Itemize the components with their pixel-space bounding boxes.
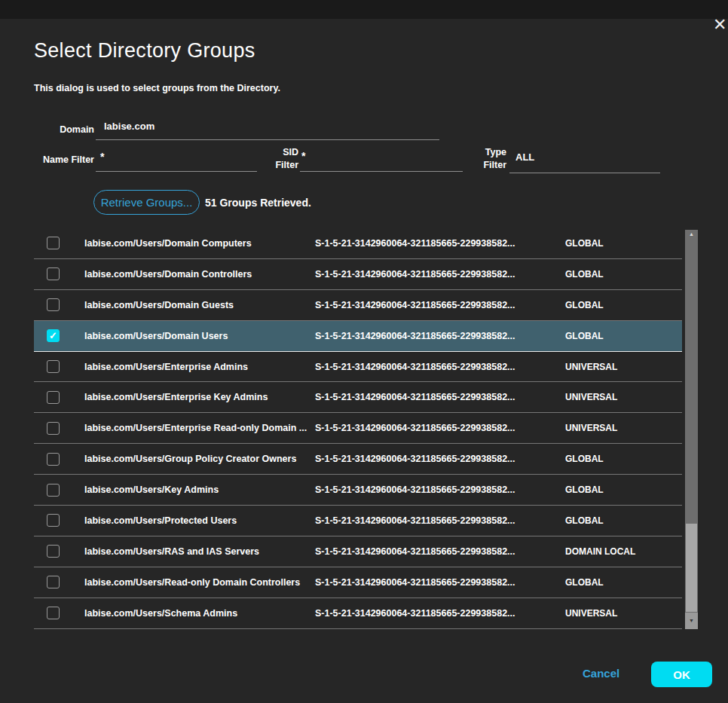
group-sid: S-1-5-21-3142960064-321185665-229938582.… bbox=[315, 546, 565, 557]
group-row[interactable]: ✓ labise.com/Users/Domain Guests S-1-5-2… bbox=[34, 290, 682, 321]
group-row[interactable]: ✓ labise.com/Users/Key Admins S-1-5-21-3… bbox=[34, 475, 682, 506]
group-row[interactable]: ✓ labise.com/Users/Read-only Domain Cont… bbox=[34, 567, 682, 598]
row-checkbox[interactable]: ✓ bbox=[47, 422, 60, 435]
group-sid: S-1-5-21-3142960064-321185665-229938582.… bbox=[315, 484, 565, 495]
group-type: GLOBAL bbox=[565, 300, 682, 310]
group-type: GLOBAL bbox=[565, 269, 682, 280]
dialog-description: This dialog is used to select groups fro… bbox=[34, 83, 280, 93]
group-row[interactable]: ✓ labise.com/Users/RAS and IAS Servers S… bbox=[34, 536, 682, 567]
group-name: labise.com/Users/Domain Computers bbox=[84, 238, 315, 249]
group-type: GLOBAL bbox=[565, 577, 682, 588]
group-type: GLOBAL bbox=[565, 484, 682, 495]
group-type: UNIVERSAL bbox=[565, 362, 682, 372]
group-name: labise.com/Users/Schema Admins bbox=[84, 608, 315, 619]
sid-filter-field[interactable]: * bbox=[301, 150, 305, 162]
scrollbar-up-icon[interactable]: ▲ bbox=[685, 231, 698, 237]
name-filter-field[interactable]: * bbox=[100, 151, 104, 163]
group-name: labise.com/Users/Domain Users bbox=[84, 331, 315, 341]
group-sid: S-1-5-21-3142960064-321185665-229938582.… bbox=[315, 392, 565, 402]
group-name: labise.com/Users/Enterprise Admins bbox=[84, 362, 315, 372]
row-checkbox[interactable]: ✓ bbox=[47, 607, 60, 619]
page-title: Select Directory Groups bbox=[34, 39, 255, 63]
row-checkbox[interactable]: ✓ bbox=[47, 453, 60, 466]
group-row[interactable]: ✓ labise.com/Users/Schema Admins S-1-5-2… bbox=[34, 598, 682, 629]
group-sid: S-1-5-21-3142960064-321185665-229938582.… bbox=[315, 423, 565, 433]
sid-filter-underline bbox=[300, 171, 463, 172]
row-checkbox[interactable]: ✓ bbox=[47, 298, 60, 311]
select-directory-groups-dialog: ✕ Select Directory Groups This dialog is… bbox=[0, 19, 728, 703]
checkmark-icon: ✓ bbox=[49, 331, 57, 341]
name-filter-underline bbox=[96, 171, 257, 172]
group-type: GLOBAL bbox=[565, 515, 682, 526]
row-checkbox[interactable]: ✓ bbox=[47, 267, 60, 280]
group-sid: S-1-5-21-3142960064-321185665-229938582.… bbox=[315, 454, 565, 464]
group-type: GLOBAL bbox=[565, 238, 682, 249]
scrollbar-thumb[interactable] bbox=[686, 524, 697, 612]
group-sid: S-1-5-21-3142960064-321185665-229938582.… bbox=[315, 608, 565, 619]
group-sid: S-1-5-21-3142960064-321185665-229938582.… bbox=[315, 300, 565, 310]
group-row[interactable]: ✓ labise.com/Users/Enterprise Admins S-1… bbox=[34, 352, 682, 383]
group-name: labise.com/Users/Key Admins bbox=[84, 484, 315, 495]
group-row[interactable]: ✓ labise.com/Users/Enterprise Read-only … bbox=[34, 413, 682, 444]
row-checkbox[interactable]: ✓ bbox=[47, 391, 60, 404]
scrollbar-down-icon[interactable]: ▼ bbox=[685, 613, 698, 629]
group-type: GLOBAL bbox=[565, 331, 682, 341]
row-checkbox[interactable]: ✓ bbox=[47, 576, 60, 588]
group-name: labise.com/Users/Enterprise Read-only Do… bbox=[84, 423, 315, 433]
group-row[interactable]: ✓ labise.com/Users/Domain Computers S-1-… bbox=[34, 228, 682, 259]
domain-field[interactable]: labise.com bbox=[104, 121, 154, 132]
group-table: ✓ labise.com/Users/Domain Computers S-1-… bbox=[34, 228, 682, 629]
group-name: labise.com/Users/Domain Guests bbox=[84, 300, 315, 310]
row-checkbox[interactable]: ✓ bbox=[47, 360, 60, 373]
row-checkbox[interactable]: ✓ bbox=[47, 545, 60, 558]
group-type: UNIVERSAL bbox=[565, 392, 682, 402]
ok-button[interactable]: OK bbox=[651, 662, 712, 687]
row-checkbox[interactable]: ✓ bbox=[47, 514, 60, 527]
group-row[interactable]: ✓ labise.com/Users/Domain Users S-1-5-21… bbox=[34, 321, 682, 352]
group-name: labise.com/Users/Domain Controllers bbox=[84, 269, 315, 280]
domain-field-underline bbox=[96, 139, 439, 140]
domain-label: Domain bbox=[23, 124, 94, 136]
retrieve-groups-button[interactable]: Retrieve Groups... bbox=[93, 190, 200, 215]
group-type: UNIVERSAL bbox=[565, 423, 682, 433]
name-filter-label: Name Filter bbox=[23, 154, 94, 167]
close-icon[interactable]: ✕ bbox=[713, 15, 726, 35]
group-type: GLOBAL bbox=[565, 454, 682, 464]
cancel-button[interactable]: Cancel bbox=[583, 667, 619, 680]
type-filter-underline bbox=[509, 173, 660, 173]
group-sid: S-1-5-21-3142960064-321185665-229938582.… bbox=[315, 577, 565, 588]
group-sid: S-1-5-21-3142960064-321185665-229938582.… bbox=[315, 238, 565, 249]
group-row[interactable]: ✓ labise.com/Users/Protected Users S-1-5… bbox=[34, 506, 682, 536]
group-type: DOMAIN LOCAL bbox=[565, 546, 682, 557]
group-sid: S-1-5-21-3142960064-321185665-229938582.… bbox=[315, 362, 565, 372]
type-filter-label: TypeFilter bbox=[464, 146, 506, 172]
group-name: labise.com/Users/Read-only Domain Contro… bbox=[84, 577, 315, 588]
group-row[interactable]: ✓ labise.com/Users/Domain Controllers S-… bbox=[34, 259, 682, 290]
group-sid: S-1-5-21-3142960064-321185665-229938582.… bbox=[315, 269, 565, 280]
row-checkbox[interactable]: ✓ bbox=[47, 329, 60, 342]
type-filter-field[interactable]: ALL bbox=[515, 151, 534, 163]
table-scrollbar[interactable]: ▲ ▼ bbox=[685, 230, 698, 629]
sid-filter-label: SIDFilter bbox=[256, 146, 298, 172]
group-name: labise.com/Users/Protected Users bbox=[84, 515, 315, 526]
group-name: labise.com/Users/Group Policy Creator Ow… bbox=[84, 454, 315, 464]
group-sid: S-1-5-21-3142960064-321185665-229938582.… bbox=[315, 331, 565, 341]
group-type: UNIVERSAL bbox=[565, 608, 682, 619]
row-checkbox[interactable]: ✓ bbox=[47, 237, 60, 249]
group-name: labise.com/Users/RAS and IAS Servers bbox=[84, 546, 315, 557]
row-checkbox[interactable]: ✓ bbox=[47, 484, 60, 497]
group-name: labise.com/Users/Enterprise Key Admins bbox=[84, 392, 315, 402]
groups-retrieved-status: 51 Groups Retrieved. bbox=[205, 197, 311, 209]
group-row[interactable]: ✓ labise.com/Users/Enterprise Key Admins… bbox=[34, 382, 682, 413]
group-row[interactable]: ✓ labise.com/Users/Group Policy Creator … bbox=[34, 444, 682, 475]
group-sid: S-1-5-21-3142960064-321185665-229938582.… bbox=[315, 515, 565, 526]
